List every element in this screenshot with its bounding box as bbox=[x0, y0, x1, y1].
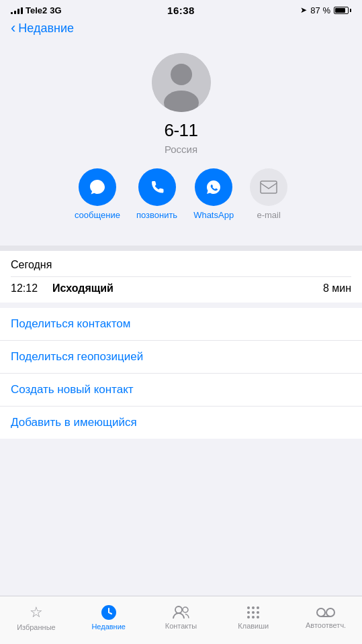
call-type: Исходящий bbox=[44, 282, 323, 294]
location-icon: ➤ bbox=[300, 5, 307, 15]
avatar bbox=[152, 53, 211, 112]
section-divider bbox=[0, 246, 362, 251]
action-item-whatsapp: WhatsApp bbox=[193, 168, 234, 220]
svg-point-8 bbox=[247, 606, 250, 609]
svg-point-6 bbox=[175, 606, 182, 613]
contact-name: 6-11 bbox=[164, 120, 197, 141]
voicemail-icon bbox=[316, 606, 335, 619]
svg-point-7 bbox=[183, 607, 188, 612]
svg-point-10 bbox=[257, 606, 259, 609]
action-item-email: e-mail bbox=[250, 168, 287, 220]
svg-point-17 bbox=[317, 608, 325, 616]
contacts-icon bbox=[172, 605, 189, 620]
tab-bar: ☆ Избранные Недавние Контакты bbox=[0, 596, 362, 644]
svg-point-1 bbox=[171, 64, 192, 85]
tab-voicemail-label: Автоответч. bbox=[306, 621, 346, 629]
email-label: e-mail bbox=[257, 210, 280, 220]
create-contact-item[interactable]: Создать новый контакт bbox=[0, 374, 362, 407]
tab-keypad[interactable]: Клавиши bbox=[217, 605, 289, 630]
chevron-left-icon: ‹ bbox=[11, 21, 15, 36]
call-button[interactable] bbox=[138, 168, 176, 206]
action-item-message: сообщение bbox=[75, 168, 120, 220]
email-button[interactable] bbox=[250, 168, 287, 206]
tab-contacts-label: Контакты bbox=[165, 622, 197, 630]
svg-point-14 bbox=[247, 616, 250, 619]
call-history-row: 12:12 Исходящий 8 мин bbox=[11, 276, 351, 300]
contact-header: 6-11 Россия сообщение позвонить bbox=[0, 42, 362, 239]
back-label: Недавние bbox=[18, 21, 74, 36]
battery-percent: 87 % bbox=[310, 5, 330, 15]
svg-point-15 bbox=[252, 616, 255, 619]
tab-keypad-label: Клавиши bbox=[238, 622, 269, 630]
call-history-section: Сегодня 12:12 Исходящий 8 мин bbox=[0, 251, 362, 303]
call-duration: 8 мин bbox=[323, 282, 351, 294]
tab-contacts[interactable]: Контакты bbox=[145, 605, 218, 630]
call-label: позвонить bbox=[136, 210, 177, 220]
whatsapp-button[interactable] bbox=[195, 168, 232, 206]
call-section-title: Сегодня bbox=[11, 259, 351, 271]
battery-info: ➤ 87 % bbox=[300, 5, 351, 15]
carrier-name: Tele2 bbox=[26, 5, 47, 15]
share-location-item[interactable]: Поделиться геопозицией bbox=[0, 341, 362, 374]
svg-point-18 bbox=[326, 608, 334, 616]
call-time: 12:12 bbox=[11, 282, 44, 294]
status-time: 16:38 bbox=[167, 5, 195, 16]
clock-icon bbox=[101, 604, 117, 621]
svg-point-9 bbox=[252, 606, 255, 609]
svg-point-11 bbox=[247, 611, 250, 614]
carrier-info: Tele2 3G bbox=[11, 5, 62, 15]
back-button[interactable]: ‹ Недавние bbox=[11, 21, 74, 36]
nav-bar: ‹ Недавние bbox=[0, 19, 362, 42]
svg-rect-4 bbox=[261, 181, 277, 193]
tab-recents[interactable]: Недавние bbox=[73, 604, 145, 631]
action-buttons-row: сообщение позвонить WhatsApp bbox=[75, 168, 287, 220]
battery-icon bbox=[334, 7, 351, 14]
action-list: Поделиться контактом Поделиться геопозиц… bbox=[0, 308, 362, 439]
keypad-icon bbox=[246, 605, 261, 620]
signal-icon bbox=[11, 6, 23, 14]
svg-point-13 bbox=[257, 611, 259, 614]
svg-point-12 bbox=[252, 611, 255, 614]
svg-point-16 bbox=[257, 616, 259, 619]
message-button[interactable] bbox=[79, 168, 116, 206]
message-label: сообщение bbox=[75, 210, 120, 220]
tab-voicemail[interactable]: Автоответч. bbox=[289, 606, 362, 629]
whatsapp-label: WhatsApp bbox=[193, 210, 234, 220]
star-icon: ☆ bbox=[30, 604, 43, 621]
contact-region: Россия bbox=[165, 144, 197, 155]
share-contact-item[interactable]: Поделиться контактом bbox=[0, 308, 362, 341]
tab-favorites-label: Избранные bbox=[17, 623, 56, 631]
tab-favorites[interactable]: ☆ Избранные bbox=[0, 604, 73, 631]
tab-recents-label: Недавние bbox=[91, 623, 126, 631]
add-to-existing-item[interactable]: Добавить в имеющийся bbox=[0, 407, 362, 439]
action-item-call: позвонить bbox=[136, 168, 177, 220]
network-type: 3G bbox=[50, 5, 61, 15]
status-bar: Tele2 3G 16:38 ➤ 87 % bbox=[0, 0, 362, 19]
